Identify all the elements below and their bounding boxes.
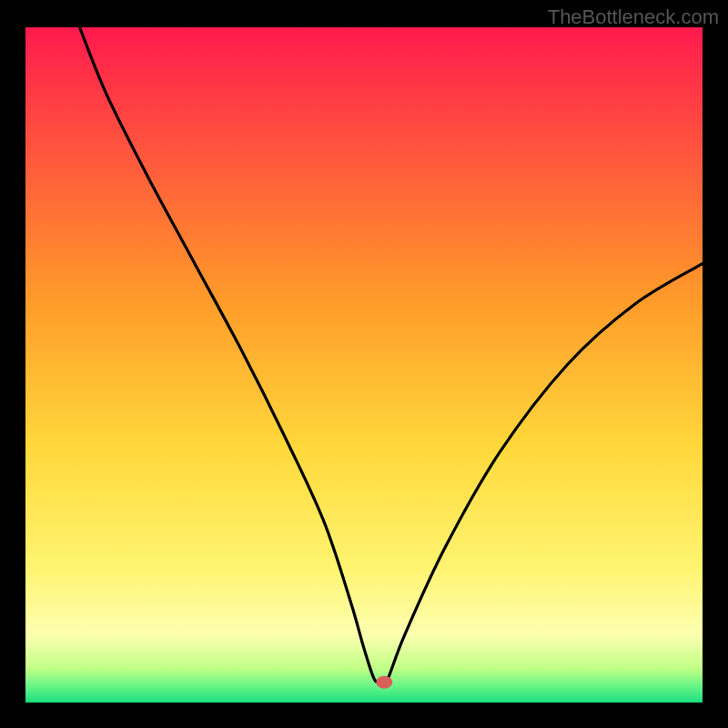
plot-background	[25, 27, 703, 703]
watermark-text: TheBottleneck.com	[548, 5, 719, 29]
bottleneck-chart: TheBottleneck.com	[0, 0, 728, 728]
chart-svg	[0, 0, 728, 728]
optimal-point-marker	[376, 676, 392, 689]
